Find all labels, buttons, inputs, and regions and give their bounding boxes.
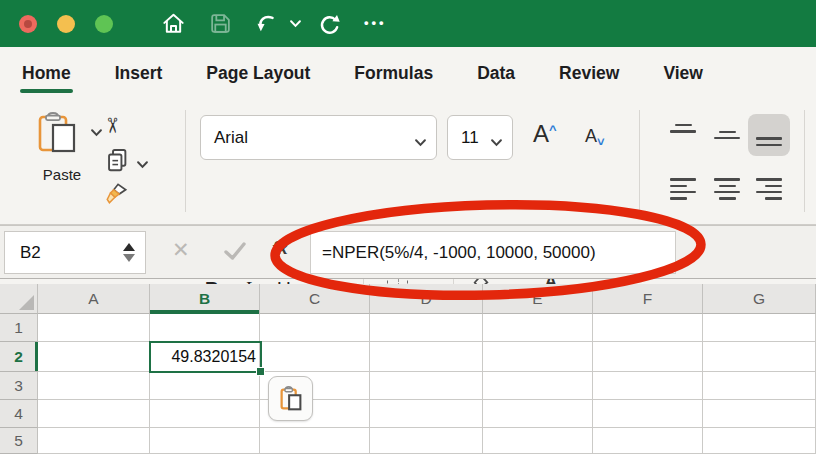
name-box-value: B2 [20,243,41,263]
tab-data[interactable]: Data [475,49,517,98]
cell-c1[interactable] [260,314,370,342]
copy-dropdown-chevron-icon[interactable] [137,156,148,166]
align-middle-button[interactable] [706,114,748,156]
row-header-4[interactable]: 4 [0,400,38,428]
align-left-button[interactable] [662,168,704,210]
font-name-chevron-icon [415,133,426,143]
tab-insert[interactable]: Insert [113,49,165,98]
cell-f1[interactable] [593,314,703,342]
spreadsheet: ABCDEFG12345 49.8320154 [0,284,816,454]
spinner-up-icon[interactable] [123,243,135,251]
column-header-f[interactable]: F [593,284,703,314]
cancel-formula-icon[interactable]: ✕ [172,238,190,262]
title-bar: ••• [0,0,816,47]
cell-b1[interactable] [150,314,260,342]
formula-input[interactable]: =NPER(5%/4, -1000, 10000, 50000) [310,231,676,274]
align-bottom-button[interactable] [748,114,790,156]
column-header-a[interactable]: A [38,284,150,314]
cell-d1[interactable] [370,314,483,342]
column-header-e[interactable]: E [483,284,593,314]
column-header-d[interactable]: D [370,284,483,314]
cell-f4[interactable] [593,400,703,428]
row-header-3[interactable]: 3 [0,372,38,400]
font-name-select[interactable]: Arial [200,115,437,160]
row-header-5[interactable]: 5 [0,428,38,454]
save-icon[interactable] [208,11,233,36]
ribbon-group-separator [639,110,640,212]
insert-function-icon[interactable]: fx [272,237,288,259]
cell-g4[interactable] [703,400,816,428]
cell-g1[interactable] [703,314,816,342]
cell-e2[interactable] [483,342,593,372]
cell-f2[interactable] [593,342,703,372]
cell-a4[interactable] [38,400,150,428]
cell-b5[interactable] [150,428,260,454]
align-right-button[interactable] [748,168,790,210]
cell-e3[interactable] [483,372,593,400]
row-header-1[interactable]: 1 [0,314,38,342]
paste-clipboard-icon [34,110,80,156]
cell-f3[interactable] [593,372,703,400]
tab-formulas[interactable]: Formulas [352,49,435,98]
paste-options-button[interactable] [268,376,313,421]
format-painter-icon[interactable] [104,180,130,210]
undo-dropdown-chevron-icon[interactable] [290,19,301,29]
window-controls [19,15,113,33]
tab-view[interactable]: View [661,49,705,98]
zoom-window-button[interactable] [95,15,113,33]
select-all-corner[interactable] [0,284,38,314]
spinner-down-icon[interactable] [123,254,135,262]
decrease-font-size-button[interactable]: A˅ [585,126,605,147]
tab-page-layout[interactable]: Page Layout [204,49,312,98]
undo-icon[interactable] [255,11,280,36]
column-header-b[interactable]: B [150,284,260,314]
cell-b4[interactable] [150,400,260,428]
font-size-value: 11 [461,128,479,148]
ribbon: Paste ✂ Arial 11 A [0,100,816,225]
column-header-c[interactable]: C [260,284,370,314]
cell-e1[interactable] [483,314,593,342]
cell-g2[interactable] [703,342,816,372]
font-size-select[interactable]: 11 [447,115,513,160]
paste-button[interactable]: Paste [22,108,102,183]
cell-e4[interactable] [483,400,593,428]
copy-icon[interactable] [104,146,131,177]
cell-e5[interactable] [483,428,593,454]
tab-review[interactable]: Review [557,49,621,98]
cell-c5[interactable] [260,428,370,454]
cell-a2[interactable] [38,342,150,372]
redo-icon[interactable] [317,11,342,36]
ribbon-tab-bar: Home Insert Page Layout Formulas Data Re… [0,47,816,100]
cell-d2[interactable] [370,342,483,372]
home-icon[interactable] [161,11,186,36]
cut-icon[interactable]: ✂ [102,116,123,134]
formula-text: =NPER(5%/4, -1000, 10000, 50000) [322,243,596,263]
confirm-formula-icon[interactable] [222,238,248,264]
cell-a1[interactable] [38,314,150,342]
active-cell-value: 49.8320154 [171,348,260,366]
active-cell-b2[interactable]: 49.8320154 [149,341,262,373]
cell-d5[interactable] [370,428,483,454]
cell-d4[interactable] [370,400,483,428]
cell-g3[interactable] [703,372,816,400]
cell-f5[interactable] [593,428,703,454]
align-top-button[interactable] [662,114,704,156]
fill-handle[interactable] [256,367,265,376]
name-box[interactable]: B2 [4,231,146,274]
more-toolbar-icon[interactable]: ••• [364,15,387,32]
cell-a5[interactable] [38,428,150,454]
cell-g5[interactable] [703,428,816,454]
tab-home[interactable]: Home [20,49,73,98]
row-header-2[interactable]: 2 [0,342,38,372]
align-center-button[interactable] [706,168,748,210]
cell-d3[interactable] [370,372,483,400]
cell-c2[interactable] [260,342,370,372]
close-window-button[interactable] [19,15,37,33]
column-header-g[interactable]: G [703,284,816,314]
increase-font-size-button[interactable]: A^ [533,120,557,148]
name-box-spinner[interactable] [123,243,135,262]
cell-a3[interactable] [38,372,150,400]
minimize-window-button[interactable] [57,15,75,33]
cell-b3[interactable] [150,372,260,400]
formula-bar: B2 ✕ fx =NPER(5%/4, -1000, 10000, 50000) [0,225,816,279]
